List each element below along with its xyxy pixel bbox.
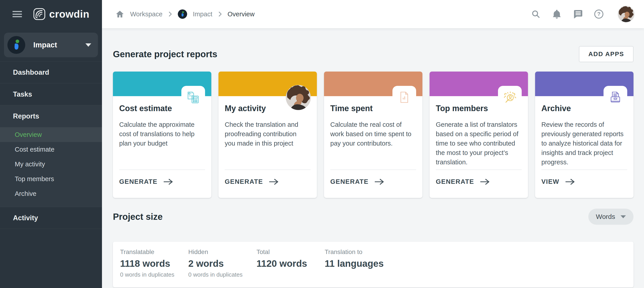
search-icon[interactable]: [531, 9, 541, 19]
user-photo-avatar: [286, 85, 311, 110]
project-selector-label: Impact: [33, 41, 86, 49]
report-card-archive[interactable]: Archive Review the records of previously…: [535, 72, 634, 198]
hamburger-menu-icon[interactable]: [12, 11, 22, 17]
sidebar-item-reports[interactable]: Reports: [0, 105, 102, 127]
card-description: Calculate the approximate cost of transl…: [119, 120, 203, 148]
reports-section-header: Generate project reports ADD APPS: [113, 46, 634, 62]
crowdin-logo[interactable]: crowdin: [33, 8, 90, 20]
generate-link[interactable]: GENERATE: [119, 178, 173, 185]
sidebar-section-reports: Reports Overview Cost estimate My activi…: [0, 105, 102, 207]
sidebar-item-reports-overview[interactable]: Overview: [0, 127, 102, 142]
chevron-down-icon: [86, 44, 91, 47]
project-size-title: Project size: [113, 211, 162, 222]
sidebar: crowdin Impact Dashboard Tasks Reports O…: [0, 0, 102, 288]
arrow-right-icon: [565, 178, 575, 185]
report-cards: Cost estimate Calculate the approximate …: [113, 72, 634, 198]
breadcrumb-current-page: Overview: [228, 10, 255, 18]
sidebar-item-activity[interactable]: Activity: [0, 207, 102, 229]
svg-text:?: ?: [597, 11, 600, 17]
sidebar-header: crowdin: [0, 0, 102, 28]
arrow-right-icon: [269, 178, 278, 185]
time-spent-icon: [397, 90, 411, 104]
add-apps-button[interactable]: ADD APPS: [579, 46, 634, 62]
sidebar-item-reports-top-members[interactable]: Top members: [0, 172, 102, 186]
top-members-icon: [503, 90, 517, 104]
crowdin-wordmark: crowdin: [49, 8, 90, 20]
card-description: Calculate the real cost of work based on…: [330, 120, 414, 148]
sidebar-item-reports-my-activity[interactable]: My activity: [0, 157, 102, 172]
card-description: Check the translation and proofreading c…: [225, 120, 308, 148]
topbar-actions: ?: [531, 6, 634, 22]
topbar: Workspace Impact Overview: [102, 0, 644, 28]
notifications-bell-icon[interactable]: [552, 9, 562, 19]
chevron-right-icon: [218, 11, 222, 17]
card-description: Review the records of previously generat…: [541, 120, 625, 167]
project-size-header: Project size Words: [113, 208, 634, 225]
help-icon[interactable]: ?: [594, 9, 604, 19]
generate-link[interactable]: GENERATE: [330, 178, 384, 185]
card-title: Archive: [541, 104, 627, 113]
stat-hidden: Hidden 2 words 0 words in duplicates: [188, 248, 256, 287]
breadcrumb-workspace[interactable]: Workspace: [130, 10, 162, 18]
project-avatar: [8, 36, 25, 54]
crowdin-logo-icon: [33, 8, 46, 20]
project-selector[interactable]: Impact: [4, 33, 98, 57]
sidebar-item-reports-cost-estimate[interactable]: Cost estimate: [0, 142, 102, 157]
report-card-cost-estimate[interactable]: Cost estimate Calculate the approximate …: [113, 72, 211, 198]
card-title: Top members: [436, 104, 522, 113]
card-title: Cost estimate: [119, 104, 205, 113]
messages-icon[interactable]: [573, 9, 583, 19]
arrow-right-icon: [163, 178, 173, 185]
page-title: Generate project reports: [113, 49, 217, 60]
breadcrumb: Workspace Impact Overview: [116, 10, 531, 19]
breadcrumb-project-avatar: [178, 10, 187, 19]
report-card-time-spent[interactable]: Time spent Calculate the real cost of wo…: [324, 72, 422, 198]
generate-link[interactable]: GENERATE: [436, 178, 490, 185]
sidebar-item-tasks[interactable]: Tasks: [0, 84, 102, 105]
report-card-my-activity[interactable]: My activity Check the translation and pr…: [218, 72, 317, 198]
cost-estimate-icon: [186, 90, 200, 104]
report-card-top-members[interactable]: Top members Generate a list of translato…: [430, 72, 528, 198]
main-content: Generate project reports ADD APPS Cost e…: [102, 28, 644, 288]
stat-translatable: Translatable 1118 words 0 words in dupli…: [120, 248, 188, 287]
home-icon[interactable]: [116, 10, 124, 18]
sidebar-item-reports-archive[interactable]: Archive: [0, 186, 102, 201]
stat-translation-to: Translation to 11 languages: [325, 248, 393, 287]
view-link[interactable]: VIEW: [541, 178, 575, 185]
unit-selector-value: Words: [596, 213, 615, 220]
stat-total: Total 1120 words: [256, 248, 325, 287]
sidebar-item-dashboard[interactable]: Dashboard: [0, 62, 102, 84]
chevron-right-icon: [168, 11, 172, 17]
arrow-right-icon: [480, 178, 490, 185]
chevron-down-icon: [620, 215, 626, 218]
breadcrumb-project[interactable]: Impact: [193, 10, 212, 18]
card-title: Time spent: [330, 104, 416, 113]
unit-selector-dropdown[interactable]: Words: [588, 208, 634, 225]
generate-link[interactable]: GENERATE: [225, 178, 278, 185]
arrow-right-icon: [374, 178, 384, 185]
sidebar-nav: Dashboard Tasks Reports Overview Cost es…: [0, 61, 102, 229]
user-avatar[interactable]: [618, 6, 634, 22]
card-description: Generate a list of translators based on …: [436, 120, 520, 167]
project-size-stats-panel: Translatable 1118 words 0 words in dupli…: [113, 242, 634, 287]
archive-icon: [608, 90, 622, 104]
